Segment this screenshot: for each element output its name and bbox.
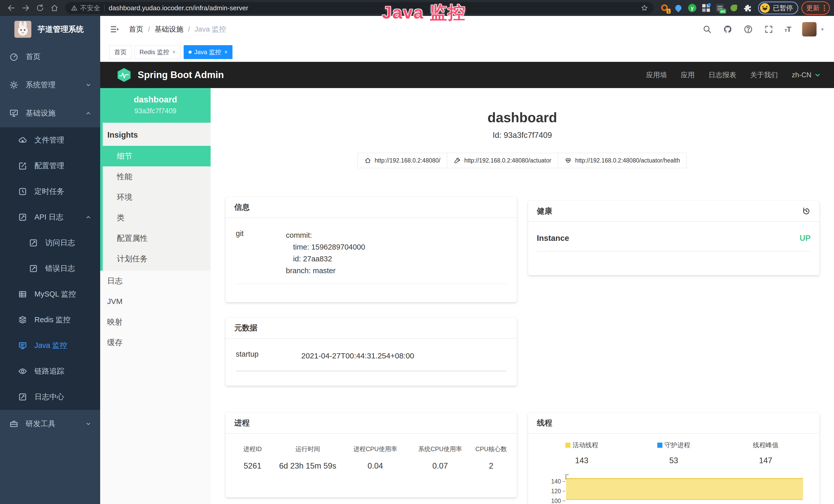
breadcrumb-infra[interactable]: 基础设施	[155, 24, 183, 34]
extension-grid-icon[interactable]	[701, 3, 711, 13]
sidebar-item-home[interactable]: 首页	[0, 43, 100, 71]
sba-instance-header[interactable]: dashboard 93a3fc7f7409	[100, 88, 211, 123]
app-logo-row[interactable]: 芋道管理系统	[0, 16, 100, 43]
sidebar-item-dev-tools[interactable]: 研发工具	[0, 410, 100, 438]
infrastructure-submenu: 文件管理 配置管理 定时任务 API 日志 访问日志 错误日志	[0, 127, 100, 410]
metadata-card-title: 元数据	[234, 323, 257, 333]
process-table-headers: 进程ID 运行时间 进程CPU使用率 系统CPU使用率 CPU核心数	[233, 445, 509, 453]
profile-avatar	[760, 3, 770, 13]
live-threads-area	[566, 478, 803, 500]
app-sidebar: 芋道管理系统 首页 系统管理 基础设施 文件管理 配置管理	[0, 16, 100, 504]
sba-item-environment[interactable]: 环境	[103, 187, 211, 207]
tab-redis-monitor[interactable]: Redis 监控 ×	[135, 45, 180, 59]
legend-daemon-swatch	[657, 443, 662, 448]
threads-card-title: 线程	[537, 418, 552, 428]
sidebar-item-system[interactable]: 系统管理	[0, 71, 100, 99]
browser-profile-chip[interactable]: 已暂停	[758, 2, 798, 15]
annotation-java-monitor: Java 监控	[382, 1, 466, 24]
reload-icon[interactable]	[35, 3, 45, 13]
cards-right-column: 健康 Instance UP 线程	[528, 197, 819, 504]
chevron-up-icon	[85, 214, 91, 220]
sidebar-item-log-center[interactable]: 日志中心	[0, 384, 100, 410]
bookmark-star-icon[interactable]	[641, 4, 648, 12]
threads-legend: 活动线程 守护进程 线程峰值	[536, 441, 812, 449]
health-url-button[interactable]: http://192.168.0.2:48080/actuator/health	[558, 153, 687, 168]
hamburger-icon[interactable]	[109, 24, 120, 35]
process-card: 进程 进程ID 运行时间 进程CPU使用率 系统CPU使用率 CPU核心数	[225, 413, 517, 497]
info-card-title: 信息	[234, 202, 250, 212]
home-icon	[365, 157, 371, 164]
actuator-url-button[interactable]: http://192.168.0.2:48080/actuator	[447, 153, 558, 168]
metadata-card: 元数据 startup 2021-04-27T00:44:31.254+08:0…	[225, 318, 517, 386]
breadcrumb-home[interactable]: 首页	[129, 24, 143, 34]
sba-nav-applications[interactable]: 应用	[681, 70, 695, 79]
extension-pin-icon[interactable]	[674, 3, 683, 13]
update-label: 更新	[806, 4, 820, 13]
health-instance-row[interactable]: Instance UP	[537, 234, 811, 251]
daemon-threads-value: 53	[628, 456, 720, 465]
sidebar-item-error-log[interactable]: 错误日志	[0, 256, 100, 281]
chevron-down-icon	[85, 421, 91, 427]
sba-item-caches[interactable]: 缓存	[100, 332, 211, 353]
chevron-up-icon	[85, 110, 91, 116]
close-icon[interactable]: ×	[224, 49, 227, 55]
profile-status-label: 已暂停	[773, 4, 793, 13]
sba-item-details[interactable]: 细节	[100, 146, 211, 166]
fullscreen-icon[interactable]	[764, 25, 773, 34]
sidebar-item-infrastructure[interactable]: 基础设施	[0, 99, 100, 127]
extension-puzzle-icon[interactable]	[743, 3, 752, 13]
sidebar-item-file-management[interactable]: 文件管理	[0, 127, 100, 153]
process-cpu: 0.04	[344, 461, 407, 471]
sba-main: dashboard Id: 93a3fc7f7409 http://192.16…	[211, 88, 834, 504]
sidebar-item-config-management[interactable]: 配置管理	[0, 153, 100, 179]
sidebar-item-redis-monitor[interactable]: Redis 监控	[0, 307, 100, 333]
close-icon[interactable]: ×	[172, 49, 176, 55]
back-icon[interactable]	[6, 3, 17, 13]
sba-language-select[interactable]: zh-CN	[792, 71, 821, 79]
extension-colorpicker-icon[interactable]: 1	[660, 3, 669, 13]
tab-java-monitor[interactable]: Java 监控 ×	[184, 45, 233, 59]
info-card: 信息 git commit: time: 1596289704000 id: 2…	[225, 197, 517, 302]
app-title: 芋道管理系统	[38, 24, 84, 35]
sba-nav: 应用墙 应用 日志报表 关于我们 zh-CN	[646, 70, 821, 79]
sidebar-item-trace[interactable]: 链路追踪	[0, 359, 100, 384]
sidebar-item-api-log[interactable]: API 日志	[0, 204, 100, 230]
browser-update-button[interactable]: 更新	[802, 1, 830, 15]
forward-icon[interactable]	[21, 3, 31, 13]
extension-y-icon[interactable]: y	[687, 3, 697, 13]
extension-switch-icon[interactable]: on	[715, 3, 725, 13]
sba-item-config-props[interactable]: 配置属性	[103, 228, 211, 249]
instance-id: 93a3fc7f7409	[102, 107, 208, 115]
sidebar-item-scheduled-tasks[interactable]: 定时任务	[0, 179, 100, 204]
sba-item-jvm[interactable]: JVM	[100, 291, 211, 312]
extension-leaf-icon[interactable]	[729, 3, 739, 13]
sba-nav-journal[interactable]: 日志报表	[708, 70, 736, 79]
tab-home[interactable]: 首页	[109, 45, 132, 59]
sidebar-item-java-monitor[interactable]: Java 监控	[0, 333, 100, 359]
health-instance-label: Instance	[537, 234, 569, 243]
home-icon[interactable]	[49, 3, 60, 13]
sba-item-metrics[interactable]: 性能	[103, 166, 211, 187]
sidebar-item-mysql-monitor[interactable]: MySQL 监控	[0, 281, 100, 307]
sba-nav-about[interactable]: 关于我们	[750, 70, 778, 79]
sba-item-mappings[interactable]: 映射	[100, 312, 211, 332]
help-icon[interactable]	[744, 25, 753, 34]
sba-item-scheduled[interactable]: 计划任务	[103, 249, 211, 269]
browser-menu-icon[interactable]	[824, 5, 825, 11]
sba-brand-title[interactable]: Spring Boot Admin	[138, 70, 224, 81]
sba-item-logs[interactable]: 日志	[100, 271, 211, 291]
live-threads-value: 143	[536, 456, 628, 465]
user-avatar[interactable]	[802, 22, 816, 37]
github-icon[interactable]	[723, 25, 732, 34]
font-size-icon[interactable]: тT	[785, 25, 791, 33]
threads-card: 线程 活动线程 守护进程 线程峰值 143 53 1	[528, 413, 819, 504]
service-url-button[interactable]: http://192.168.0.2:48080/	[357, 153, 447, 168]
avatar-caret-icon[interactable]: ▾	[821, 26, 824, 32]
sba-nav-wallboard[interactable]: 应用墙	[646, 70, 667, 79]
search-icon[interactable]	[702, 25, 712, 34]
history-icon[interactable]	[802, 207, 811, 215]
address-bar[interactable]: 不安全 dashboard.yudao.iocoder.cn/infra/adm…	[65, 2, 654, 14]
address-separator	[104, 5, 105, 11]
sba-item-classes[interactable]: 类	[103, 207, 211, 228]
sidebar-item-access-log[interactable]: 访问日志	[0, 230, 100, 256]
